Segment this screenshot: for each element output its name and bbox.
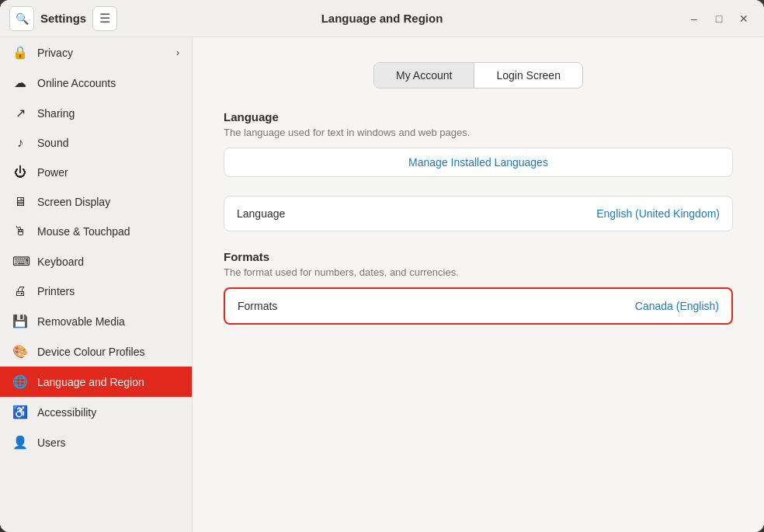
language-row: Language English (United Kingdom) xyxy=(224,196,732,231)
sidebar-label-mouse-touchpad: Mouse & Touchpad xyxy=(37,225,130,238)
sharing-icon: ↗ xyxy=(12,106,28,120)
sidebar-label-keyboard: Keyboard xyxy=(37,256,84,268)
minimize-button[interactable]: – xyxy=(683,8,705,30)
maximize-icon: □ xyxy=(716,12,722,25)
sidebar-item-users[interactable]: 👤Users xyxy=(0,427,192,457)
language-row-value: English (United Kingdom) xyxy=(596,207,720,220)
removable-media-icon: 💾 xyxy=(12,314,28,329)
online-accounts-icon: ☁ xyxy=(12,75,28,90)
sidebar-label-power: Power xyxy=(37,166,68,179)
language-manage-card: Manage Installed Languages xyxy=(224,148,733,177)
tab-group: My Account Login Screen xyxy=(373,62,583,89)
language-section-desc: The language used for text in windows an… xyxy=(224,127,733,138)
manage-languages-button[interactable]: Manage Installed Languages xyxy=(224,148,732,176)
formats-section-title: Formats xyxy=(224,250,733,263)
sidebar-label-users: Users xyxy=(37,436,66,449)
close-icon: ✕ xyxy=(739,12,748,25)
formats-row-value: Canada (English) xyxy=(635,300,719,312)
language-row-label: Language xyxy=(237,207,285,220)
sidebar-item-printers[interactable]: 🖨Printers xyxy=(0,276,192,306)
keyboard-icon: ⌨ xyxy=(12,254,28,269)
settings-window: 🔍 Settings ☰ Language and Region – □ ✕ 🔒… xyxy=(0,0,764,532)
sidebar-item-power[interactable]: ⏻Power xyxy=(0,158,192,187)
minimize-icon: – xyxy=(691,12,697,25)
language-section-title: Language xyxy=(224,110,733,123)
close-button[interactable]: ✕ xyxy=(733,8,755,30)
sidebar-item-screen-display[interactable]: 🖥Screen Display xyxy=(0,187,192,217)
sound-icon: ♪ xyxy=(12,136,28,150)
sidebar-label-removable-media: Removable Media xyxy=(37,315,125,328)
sidebar: 🔒Privacy›☁Online Accounts↗Sharing♪Sound⏻… xyxy=(0,37,193,532)
sidebar-label-accessibility: Accessibility xyxy=(37,406,96,419)
window-controls: – □ ✕ xyxy=(683,8,755,30)
titlebar: 🔍 Settings ☰ Language and Region – □ ✕ xyxy=(0,0,764,37)
main-panel: My Account Login Screen Language The lan… xyxy=(193,37,764,532)
sidebar-label-sharing: Sharing xyxy=(37,107,75,120)
content-area: 🔒Privacy›☁Online Accounts↗Sharing♪Sound⏻… xyxy=(0,37,764,532)
sidebar-item-removable-media[interactable]: 💾Removable Media xyxy=(0,306,192,336)
sidebar-label-privacy: Privacy xyxy=(37,47,73,59)
sidebar-label-device-colour-profiles: Device Colour Profiles xyxy=(37,346,145,358)
formats-row-card[interactable]: Formats Canada (English) xyxy=(224,287,733,325)
printers-icon: 🖨 xyxy=(12,284,28,298)
sidebar-label-screen-display: Screen Display xyxy=(37,196,110,208)
sidebar-item-sharing[interactable]: ↗Sharing xyxy=(0,98,192,128)
tab-login-screen[interactable]: Login Screen xyxy=(474,63,582,88)
chevron-right-icon: › xyxy=(176,47,179,58)
language-section: Language The language used for text in w… xyxy=(224,110,733,231)
device-colour-profiles-icon: 🎨 xyxy=(12,344,28,359)
search-button[interactable]: 🔍 xyxy=(9,6,34,31)
language-and-region-icon: 🌐 xyxy=(12,374,28,389)
sidebar-item-device-colour-profiles[interactable]: 🎨Device Colour Profiles xyxy=(0,336,192,367)
sidebar-label-sound: Sound xyxy=(37,137,68,149)
window-title: Language and Region xyxy=(321,12,443,25)
formats-section: Formats The format used for numbers, dat… xyxy=(224,250,733,325)
app-name-label: Settings xyxy=(40,12,86,25)
sidebar-item-accessibility[interactable]: ♿Accessibility xyxy=(0,397,192,427)
mouse-touchpad-icon: 🖱 xyxy=(12,224,28,238)
screen-display-icon: 🖥 xyxy=(12,195,28,209)
sidebar-label-printers: Printers xyxy=(37,285,75,297)
language-row-card: Language English (United Kingdom) xyxy=(224,196,733,231)
sidebar-item-online-accounts[interactable]: ☁Online Accounts xyxy=(0,68,192,98)
search-icon: 🔍 xyxy=(16,12,29,25)
formats-row: Formats Canada (English) xyxy=(225,289,731,323)
titlebar-left: 🔍 Settings ☰ xyxy=(9,6,117,31)
sidebar-label-online-accounts: Online Accounts xyxy=(37,77,116,89)
formats-row-label: Formats xyxy=(238,300,277,312)
sidebar-label-language-and-region: Language and Region xyxy=(37,376,144,388)
privacy-icon: 🔒 xyxy=(12,45,28,60)
users-icon: 👤 xyxy=(12,435,28,450)
sidebar-item-language-and-region[interactable]: 🌐Language and Region xyxy=(0,367,192,397)
sidebar-item-keyboard[interactable]: ⌨Keyboard xyxy=(0,246,192,276)
tab-my-account[interactable]: My Account xyxy=(374,63,474,88)
menu-button[interactable]: ☰ xyxy=(92,6,117,31)
sidebar-item-mouse-touchpad[interactable]: 🖱Mouse & Touchpad xyxy=(0,217,192,246)
tab-bar: My Account Login Screen xyxy=(224,62,733,89)
formats-section-desc: The format used for numbers, dates, and … xyxy=(224,266,733,278)
maximize-button[interactable]: □ xyxy=(708,8,730,30)
accessibility-icon: ♿ xyxy=(12,405,28,419)
sidebar-item-sound[interactable]: ♪Sound xyxy=(0,128,192,158)
menu-icon: ☰ xyxy=(99,11,110,26)
sidebar-item-privacy[interactable]: 🔒Privacy› xyxy=(0,37,192,68)
power-icon: ⏻ xyxy=(12,165,28,179)
